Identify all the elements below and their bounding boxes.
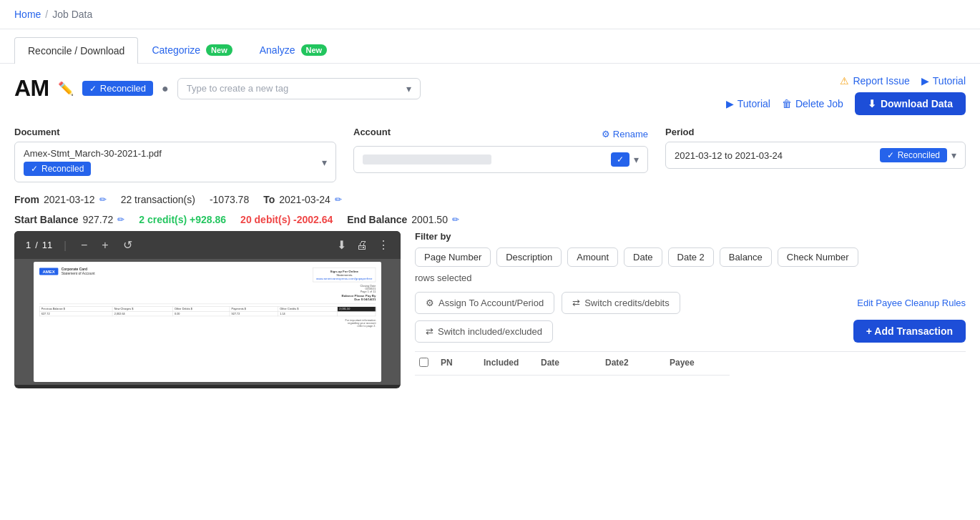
help-icon[interactable]: ● [162, 82, 169, 95]
top-actions-left: AM ✏️ ✓ Reconciled ● Type to create a ne… [14, 75, 421, 102]
account-check-badge: ✓ [611, 152, 629, 167]
tab-reconcile[interactable]: Reconcile / Download [14, 37, 138, 64]
stat-start-balance: Start Balance 927.72 ✏ [14, 214, 124, 225]
assign-to-account-button[interactable]: ⚙ Assign To Account/Period [415, 292, 554, 314]
breadcrumb-current: Job Data [52, 9, 92, 20]
breadcrumb-separator: / [45, 9, 48, 20]
period-select[interactable]: 2021-03-12 to 2021-03-24 ✓ Reconciled ▾ [665, 142, 966, 169]
switch-credits-button[interactable]: ⇄ Switch credits/debits [562, 292, 680, 314]
pdf-zoom-out-button[interactable]: − [78, 237, 90, 253]
pdf-tools: ⬇ 🖨 ⋮ [337, 238, 389, 252]
tab-analyze[interactable]: Analyze New [246, 36, 340, 63]
end-balance-value: 2001.50 [411, 214, 448, 225]
account-select[interactable]: ✓ ▾ [353, 146, 648, 173]
top-actions-right: ⚠ Report Issue ▶ Tutorial ▶ Tutorial 🗑 D… [726, 75, 966, 115]
action-row-top: ⚠ Report Issue ▶ Tutorial [840, 75, 966, 87]
to-edit-icon[interactable]: ✏ [335, 195, 342, 205]
period-value: 2021-03-12 to 2021-03-24 [675, 150, 783, 161]
check-icon: ✓ [89, 84, 97, 94]
stat-amount: -1073.78 [210, 194, 249, 205]
rename-button[interactable]: ⚙ Rename [602, 129, 648, 139]
transactions-value: 22 transaction(s) [121, 194, 195, 205]
rows-selected: rows selected [415, 273, 966, 283]
tab-analyze-label: Analyze [260, 44, 295, 56]
stat-transactions: 22 transaction(s) [121, 194, 195, 205]
filter-check-number[interactable]: Check Number [778, 247, 858, 267]
play-icon2: ▶ [726, 98, 734, 109]
stats-row2: Start Balance 927.72 ✏ 2 credit(s) +928.… [14, 214, 966, 225]
stat-to: To 2021-03-24 ✏ [263, 194, 342, 205]
document-value: Amex-Stmt_March-30-2021-1.pdf [24, 148, 162, 159]
top-actions: AM ✏️ ✓ Reconciled ● Type to create a ne… [14, 75, 966, 115]
reconciled-badge: ✓ Reconciled [82, 81, 153, 96]
delete-job-button[interactable]: 🗑 Delete Job [782, 98, 843, 109]
pdf-refresh-button[interactable]: ↺ [120, 237, 135, 253]
analyze-new-badge: New [301, 44, 328, 56]
add-transaction-button[interactable]: + Add Transaction [853, 320, 966, 343]
tab-reconcile-label: Reconcile / Download [28, 45, 124, 57]
period-reconciled-badge: ✓ Reconciled [880, 148, 947, 162]
breadcrumb-home[interactable]: Home [14, 9, 41, 20]
period-chevron-icon: ▾ [951, 149, 956, 161]
pdf-download-button[interactable]: ⬇ [337, 238, 346, 252]
pdf-more-button[interactable]: ⋮ [378, 238, 389, 252]
stat-debits: 20 debit(s) -2002.64 [240, 214, 333, 225]
credits-value: 2 credit(s) +928.86 [139, 214, 226, 225]
tutorial-button-top[interactable]: ▶ Tutorial [921, 75, 966, 87]
switch-icon: ⇄ [572, 298, 580, 308]
categorize-new-badge: New [206, 44, 232, 56]
debits-value: 20 debit(s) -2002.64 [240, 214, 333, 225]
end-balance-edit-icon[interactable]: ✏ [452, 215, 459, 225]
download-data-button[interactable]: ⬇ Download Data [855, 92, 966, 115]
account-field: Account ⚙ Rename ✓ ▾ [353, 127, 648, 182]
tag-input[interactable]: Type to create a new tag ▾ [177, 78, 421, 99]
tabs-bar: Reconcile / Download Categorize New Anal… [0, 29, 980, 64]
document-select[interactable]: Amex-Stmt_March-30-2021-1.pdf ✓ Reconcil… [14, 142, 336, 182]
filter-label: Filter by [415, 231, 966, 242]
filter-buttons-row: Page Number Description Amount Date Date… [415, 247, 966, 267]
filter-section: Filter by Page Number Description Amount… [415, 231, 966, 388]
filter-date[interactable]: Date [624, 247, 662, 267]
switch-icon2: ⇄ [426, 326, 433, 337]
document-chevron-icon: ▾ [322, 157, 327, 168]
stat-credits: 2 credit(s) +928.86 [139, 214, 226, 225]
report-issue-button[interactable]: ⚠ Report Issue [840, 75, 909, 87]
pdf-zoom-in-button[interactable]: + [99, 237, 111, 253]
from-edit-icon[interactable]: ✏ [99, 195, 107, 205]
th-checkbox [415, 352, 436, 376]
warning-icon: ⚠ [840, 75, 849, 87]
edit-icon[interactable]: ✏️ [58, 81, 74, 97]
tag-placeholder: Type to create a new tag [187, 83, 288, 94]
filter-page-number[interactable]: Page Number [415, 247, 491, 267]
start-balance-label: Start Balance [14, 214, 78, 225]
pdf-separator: | [64, 240, 67, 251]
start-balance-value: 927.72 [82, 214, 113, 225]
document-reconciled-badge: ✓ Reconciled [24, 162, 91, 176]
breadcrumb: Home / Job Data [0, 0, 980, 29]
action-btns-row2: ⇄ Switch included/excluded + Add Transac… [415, 320, 966, 343]
pdf-content: AMEX Corporate Card Statement of Account… [14, 259, 401, 385]
tab-categorize[interactable]: Categorize New [138, 36, 245, 63]
filter-amount[interactable]: Amount [567, 247, 618, 267]
edit-payee-link[interactable]: Edit Payee Cleanup Rules [857, 298, 966, 308]
select-all-checkbox[interactable] [419, 358, 428, 367]
filter-balance[interactable]: Balance [720, 247, 772, 267]
start-balance-edit-icon[interactable]: ✏ [117, 215, 124, 225]
switch-included-button[interactable]: ⇄ Switch included/excluded [415, 320, 553, 343]
tutorial-button-bottom[interactable]: ▶ Tutorial [726, 98, 770, 109]
amount-value: -1073.78 [210, 194, 249, 205]
pdf-page-total: 11 [42, 240, 52, 250]
document-field: Document Amex-Stmt_March-30-2021-1.pdf ✓… [14, 127, 336, 182]
filter-date2[interactable]: Date 2 [668, 247, 714, 267]
filter-description[interactable]: Description [496, 247, 562, 267]
period-field: Period 2021-03-12 to 2021-03-24 ✓ Reconc… [665, 127, 966, 182]
stat-end-balance: End Balance 2001.50 ✏ [347, 214, 459, 225]
pdf-print-button[interactable]: 🖨 [356, 239, 368, 252]
from-date: 2021-03-12 [44, 194, 95, 205]
gear-icon2: ⚙ [426, 298, 434, 308]
to-date: 2021-03-24 [279, 194, 330, 205]
table-header: PN Included Date Date2 Payee [415, 351, 966, 376]
pdf-page-inner: AMEX Corporate Card Statement of Account… [39, 268, 376, 327]
download-icon: ⬇ [868, 98, 876, 109]
account-value [363, 154, 491, 165]
